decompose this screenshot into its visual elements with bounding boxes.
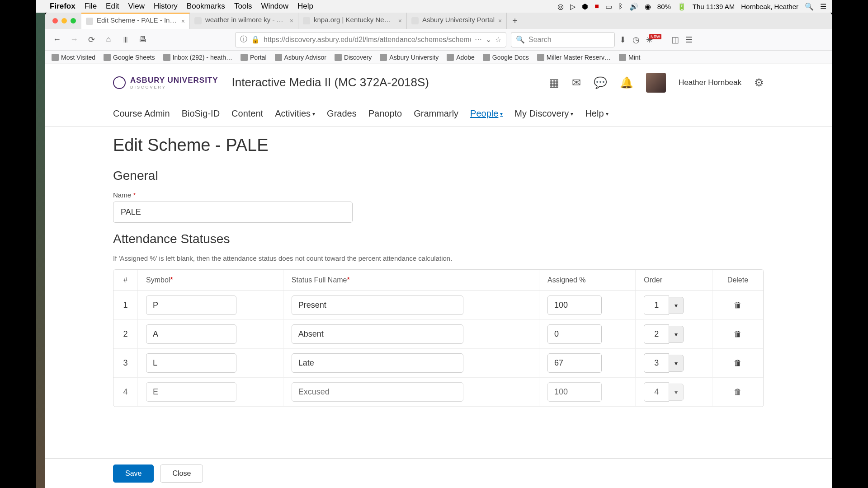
play-icon[interactable]: ▷ (570, 2, 576, 11)
browser-tab[interactable]: Edit Scheme - PALE - Interactiv× (81, 13, 190, 29)
delete-icon[interactable]: 🗑 (734, 358, 742, 367)
chevron-down-icon[interactable]: ▾ (669, 384, 684, 401)
browser-tab[interactable]: weather in wilmore ky - Google× (190, 13, 298, 29)
avatar[interactable] (646, 73, 666, 93)
nav-item-grades[interactable]: Grades (327, 108, 357, 119)
battery-icon[interactable]: 🔋 (677, 2, 686, 11)
volume-icon[interactable]: 🔊 (629, 2, 638, 11)
bookmark-item[interactable]: Asbury Advisor (275, 54, 326, 61)
menu-window[interactable]: Window (261, 2, 288, 11)
menu-help[interactable]: Help (297, 2, 313, 11)
bookmark-item[interactable]: Google Sheets (104, 54, 155, 61)
bookmark-item[interactable]: Mint (619, 54, 640, 61)
history-icon[interactable]: ◷ (632, 35, 640, 45)
mac-user[interactable]: Hornbeak, Heather (741, 3, 798, 10)
settings-gear-icon[interactable]: ⚙ (754, 76, 764, 89)
menu-tools[interactable]: Tools (234, 2, 252, 11)
window-close-icon[interactable] (52, 18, 58, 23)
sidebar-icon[interactable]: ◫ (671, 35, 679, 45)
bookmark-item[interactable]: Miller Master Reserv… (537, 54, 611, 61)
nav-item-content[interactable]: Content (231, 108, 263, 119)
back-button[interactable]: ← (51, 33, 63, 46)
reload-button[interactable]: ⟳ (85, 33, 98, 46)
percent-input[interactable] (547, 296, 602, 315)
delete-icon[interactable]: 🗑 (734, 329, 742, 338)
bookmark-item[interactable]: Asbury University (380, 54, 439, 61)
percent-input[interactable] (547, 382, 602, 402)
percent-input[interactable] (547, 324, 602, 344)
app-icon[interactable]: ■ (594, 2, 599, 10)
menu-edit[interactable]: Edit (106, 2, 119, 11)
info-icon[interactable]: ⓘ (240, 35, 247, 44)
pocket-icon[interactable]: ⌄ (486, 35, 491, 44)
mail-icon[interactable]: ✉ (572, 76, 581, 89)
notifications-icon[interactable]: 🔔 (620, 76, 633, 89)
nav-item-help[interactable]: Help ▾ (585, 108, 608, 119)
chat-icon[interactable]: 💬 (594, 76, 607, 89)
window-max-icon[interactable] (71, 18, 76, 23)
home-button[interactable]: ⌂ (102, 33, 115, 46)
nav-item-people[interactable]: People ▾ (470, 108, 503, 119)
nav-item-grammarly[interactable]: Grammarly (414, 108, 458, 119)
close-tab-icon[interactable]: × (498, 17, 502, 24)
close-tab-icon[interactable]: × (398, 17, 402, 24)
addons-icon[interactable]: ✳NEW (646, 35, 665, 45)
chevron-down-icon[interactable]: ▾ (669, 326, 684, 343)
nav-item-biosig-id[interactable]: BioSig-ID (182, 108, 220, 119)
fullname-input[interactable] (292, 353, 463, 373)
order-value[interactable]: 2 (644, 324, 669, 344)
close-tab-icon[interactable]: × (290, 17, 293, 24)
fullname-input[interactable] (292, 324, 463, 344)
new-tab-button[interactable]: + (507, 16, 523, 26)
symbol-input[interactable] (146, 382, 236, 402)
browser-tab[interactable]: knpa.org | Kentucky News Phot× (298, 13, 407, 29)
name-input[interactable] (113, 202, 353, 223)
bookmark-item[interactable]: Discovery (335, 54, 372, 61)
close-button[interactable]: Close (160, 465, 203, 483)
clock[interactable]: Thu 11:39 AM (693, 3, 735, 10)
percent-input[interactable] (547, 353, 602, 373)
delete-icon[interactable]: 🗑 (734, 387, 742, 396)
spotlight-icon[interactable]: 🔍 (805, 2, 814, 11)
menu-bookmarks[interactable]: Bookmarks (187, 2, 225, 11)
print-icon[interactable]: 🖶 (137, 33, 149, 46)
nav-item-activities[interactable]: Activities ▾ (275, 108, 315, 119)
wifi-icon[interactable]: ◉ (645, 2, 651, 11)
bookmark-item[interactable]: Portal (241, 54, 267, 61)
forward-button[interactable]: → (68, 33, 80, 46)
order-value[interactable]: 3 (644, 353, 669, 373)
profile-name[interactable]: Heather Hornbeak (679, 78, 741, 87)
apps-grid-icon[interactable]: ▦ (549, 76, 559, 89)
bookmark-item[interactable]: Most Visited (52, 54, 95, 61)
menu-file[interactable]: File (85, 2, 97, 11)
window-min-icon[interactable] (61, 18, 67, 23)
fullname-input[interactable] (292, 382, 463, 402)
bookmark-star-icon[interactable]: ☆ (495, 35, 501, 44)
delete-icon[interactable]: 🗑 (734, 300, 742, 310)
symbol-input[interactable] (146, 353, 236, 373)
status-icon[interactable]: ◎ (557, 2, 564, 11)
order-value[interactable]: 1 (644, 296, 669, 315)
url-bar[interactable]: ⓘ 🔒 https://discovery.asbury.edu/d2l/lms… (235, 32, 506, 47)
battery-pct[interactable]: 80% (657, 3, 671, 10)
app-name[interactable]: Firefox (50, 2, 75, 11)
downloads-icon[interactable]: ⬇ (619, 35, 626, 45)
browser-tab[interactable]: Asbury University Portal× (407, 13, 507, 29)
nav-item-panopto[interactable]: Panopto (368, 108, 402, 119)
bookmark-item[interactable]: Inbox (292) - heath… (163, 54, 232, 61)
symbol-input[interactable] (146, 324, 236, 344)
page-actions-icon[interactable]: ⋯ (475, 35, 482, 44)
bookmark-item[interactable]: Adobe (447, 54, 474, 61)
menu-view[interactable]: View (128, 2, 145, 11)
menu-icon[interactable]: ☰ (685, 35, 693, 45)
brand[interactable]: ASBURY UNIVERSITY DISCOVERY (113, 76, 218, 89)
search-bar[interactable]: 🔍 Search (511, 32, 615, 47)
order-value[interactable]: 4 (644, 382, 669, 402)
nav-item-my-discovery[interactable]: My Discovery ▾ (514, 108, 573, 119)
bluetooth-icon[interactable]: ᛒ (618, 2, 623, 10)
library-icon[interactable]: ⫼ (119, 33, 132, 46)
bookmark-item[interactable]: Google Docs (483, 54, 529, 61)
nav-item-course-admin[interactable]: Course Admin (113, 108, 170, 119)
menu-list-icon[interactable]: ☰ (820, 2, 826, 11)
save-button[interactable]: Save (113, 465, 154, 483)
